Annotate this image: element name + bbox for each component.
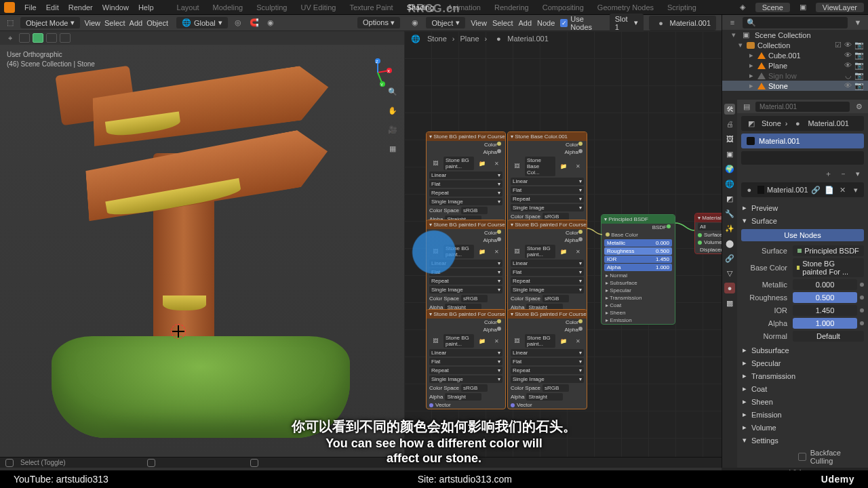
node-image-texture[interactable]: ▾ Stone BG painted For Course foto.jpg C…	[426, 131, 506, 232]
group-emission[interactable]: ▸Emission	[741, 408, 864, 421]
add-icon[interactable]: ＋	[822, 167, 834, 180]
close-icon[interactable]: ✕	[837, 184, 848, 196]
viewport-menu-select[interactable]: Select	[104, 19, 125, 27]
viewport-menu-object[interactable]: Object	[146, 19, 168, 27]
roughness-value[interactable]: 0.500	[793, 292, 857, 303]
open-icon[interactable]: 📁	[476, 157, 488, 169]
tab-uv[interactable]: UV Editing	[300, 3, 336, 12]
properties-search[interactable]	[755, 102, 850, 112]
shader-node-editor[interactable]: 🌐 Stone › Plane › ●Material.001 ▾ Stone …	[404, 31, 722, 457]
surface-type-dropdown[interactable]: Principled BSDF	[793, 245, 864, 256]
proportional-icon[interactable]: ◉	[264, 17, 277, 29]
bc-material[interactable]: ●Material.001	[492, 33, 549, 45]
shading-wireframe[interactable]	[19, 33, 30, 43]
ext-field[interactable]: Repeat▾	[429, 189, 502, 197]
material-dropdown[interactable]: ● Material.001	[649, 16, 716, 30]
menu-render[interactable]: Render	[68, 3, 93, 12]
metallic-value[interactable]: 0.000	[793, 279, 857, 290]
render-icon[interactable]: 📷	[854, 71, 864, 80]
eye-icon[interactable]: 👁	[844, 51, 852, 60]
group-subsurface[interactable]: ▸Subsurface	[741, 344, 864, 357]
tab-layout[interactable]: Layout	[177, 3, 199, 12]
outliner-item[interactable]: ▸ Sign low ◡📷	[722, 70, 868, 81]
node-material-output[interactable]: ▾ Material Output All Surface Volume Dis…	[694, 213, 722, 254]
render-icon[interactable]: 📷	[854, 81, 864, 90]
eye-icon[interactable]: 👁	[844, 41, 852, 49]
tab-modeling[interactable]: Modeling	[213, 3, 243, 12]
node-menu-view[interactable]: View	[471, 19, 487, 27]
disclosure-icon[interactable]: ▾	[732, 30, 737, 39]
tab-material-icon[interactable]: ●	[724, 283, 735, 293]
outliner-item-active[interactable]: ▸ Stone 👁📷	[722, 81, 868, 91]
mode-dropdown[interactable]: Object Mode ▾	[20, 17, 80, 28]
bc-plane[interactable]: Plane	[460, 35, 479, 43]
eye-icon[interactable]: 👁	[844, 61, 852, 70]
image-icon[interactable]: 🖼	[429, 157, 441, 169]
tab-shading[interactable]: Shading	[407, 3, 434, 12]
options-icon[interactable]: ⚙	[854, 100, 864, 113]
node-image-texture[interactable]: ▾ Stone BG painted For Course foto 2.jpg…	[426, 309, 506, 409]
bc-stone[interactable]: Stone	[427, 35, 447, 43]
eye-icon[interactable]: ◡	[845, 71, 852, 80]
props-breadcrumb[interactable]: ◩ Stone › ● Material.001	[741, 116, 864, 131]
disclosure-icon[interactable]: ▾	[738, 41, 744, 49]
tab-rendering[interactable]: Rendering	[494, 3, 529, 12]
section-volume[interactable]: ▸Volume	[741, 421, 864, 434]
section-preview[interactable]: ▸Preview	[741, 201, 864, 214]
3d-viewport[interactable]: User Orthographic (46) Scene Collection …	[0, 45, 404, 457]
viewport-options[interactable]: Options ▾	[357, 17, 400, 28]
metallic-slider[interactable]: Metallic0.000	[604, 239, 672, 247]
node-image-texture[interactable]: ▾ Stone BG painted For Course foto 5.jpg…	[507, 220, 587, 320]
viewport-menu-view[interactable]: View	[84, 19, 100, 27]
roughness-slider[interactable]: Roughness0.500	[604, 247, 672, 255]
orientation-gizmo[interactable]: X Y Z	[363, 58, 392, 87]
filter-icon[interactable]: ▼	[852, 16, 864, 28]
render-icon[interactable]: 📷	[854, 51, 864, 60]
shader-editor-icon[interactable]: ◉	[410, 17, 420, 29]
tab-sculpting[interactable]: Sculpting	[256, 3, 287, 12]
tab-modifier-icon[interactable]: 🔧	[724, 208, 735, 219]
new-icon[interactable]: 📄	[824, 184, 835, 196]
outliner-scene[interactable]: ▾ ▣ Scene Collection	[722, 30, 868, 40]
magnet-icon[interactable]: 🧲	[248, 17, 260, 29]
section-surface[interactable]: ▾Surface	[741, 214, 864, 227]
remove-icon[interactable]: －	[837, 167, 849, 180]
tab-constraint-icon[interactable]: 🔗	[724, 253, 735, 264]
node-header[interactable]: ▾ Stone Base Color.001	[508, 132, 587, 141]
menu-edit[interactable]: Edit	[46, 3, 59, 12]
link-icon[interactable]: 🔗	[811, 184, 822, 196]
group-sheen[interactable]: ▸Sheen	[741, 395, 864, 408]
eye-icon[interactable]: 👁	[844, 81, 852, 90]
render-icon[interactable]: 📷	[854, 61, 864, 70]
use-nodes-button[interactable]: Use Nodes	[741, 229, 864, 241]
close-icon[interactable]: ✕	[490, 157, 502, 169]
node-menu-node[interactable]: Node	[537, 19, 555, 27]
node-image-texture[interactable]: ▾ Stone BG painted For Course foto 3.jpg…	[426, 220, 506, 320]
editor-type-icon[interactable]: ▤	[741, 100, 751, 113]
material-slot-empty[interactable]	[741, 151, 864, 165]
src-field[interactable]: Single Image▾	[429, 198, 502, 205]
open-icon[interactable]: 📁	[557, 161, 570, 173]
tab-data-icon[interactable]: ▽	[724, 268, 735, 279]
tab-scripting[interactable]: Scripting	[667, 3, 696, 12]
pan-icon[interactable]: ✋	[387, 104, 399, 117]
outliner-search[interactable]: 🔍	[743, 17, 848, 28]
outliner[interactable]: ≡ 🔍 ▼ ▾ ▣ Scene Collection ▾ Collection …	[722, 15, 868, 100]
outliner-item[interactable]: ▸ Cube.001 👁📷	[722, 50, 868, 60]
node-image-texture[interactable]: ▾ Stone BG painted For Course foto 4.jpg…	[507, 309, 587, 409]
shading-solid[interactable]	[33, 33, 43, 43]
normal-value[interactable]: Default	[793, 331, 864, 342]
node-menu-select[interactable]: Select	[492, 19, 513, 27]
scene-selector[interactable]: Scene	[755, 3, 790, 12]
material-slot[interactable]: Material.001	[741, 134, 864, 148]
tab-tool-icon[interactable]: 🛠	[724, 104, 735, 115]
shading-matprev[interactable]	[46, 33, 57, 43]
tab-world-icon[interactable]: 🌐	[724, 178, 735, 189]
shading-rendered[interactable]	[60, 33, 71, 43]
menu-file[interactable]: File	[24, 3, 37, 12]
node-menu-add[interactable]: Add	[518, 19, 532, 27]
node-header[interactable]: ▾ Principled BSDF	[601, 215, 675, 224]
dropdown-icon[interactable]: ▾	[850, 184, 861, 196]
section-settings[interactable]: ▾Settings	[741, 434, 864, 447]
menu-window[interactable]: Window	[102, 3, 129, 12]
